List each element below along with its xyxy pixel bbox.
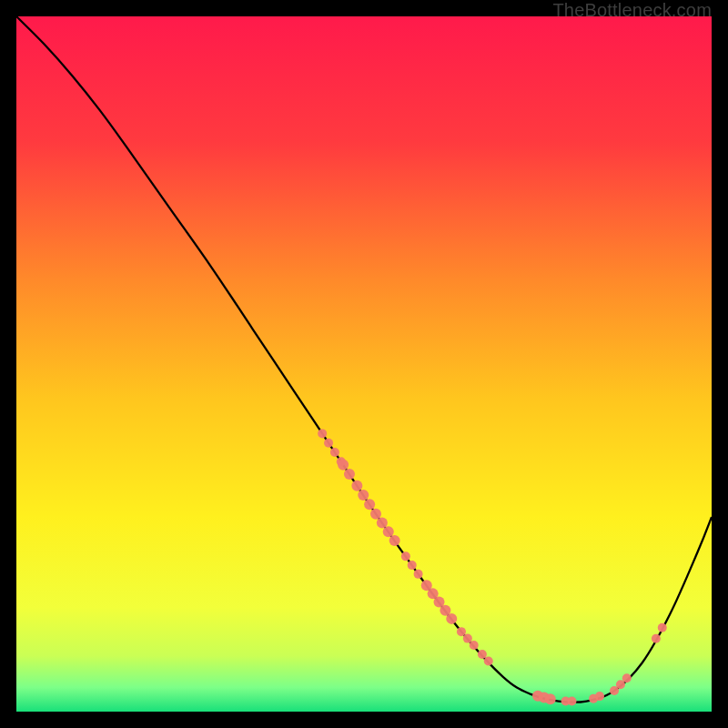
data-point — [364, 499, 375, 510]
data-point — [567, 697, 576, 706]
data-point — [338, 460, 349, 470]
chart-background — [16, 16, 712, 712]
data-point — [478, 650, 487, 659]
data-point — [484, 656, 493, 665]
data-point — [470, 641, 479, 650]
data-point — [351, 480, 362, 491]
data-point — [457, 627, 466, 636]
chart-svg — [16, 16, 712, 712]
data-point — [622, 673, 632, 682]
data-point — [377, 518, 388, 529]
data-point — [401, 551, 410, 561]
data-point — [344, 469, 355, 480]
data-point — [595, 692, 604, 701]
data-point — [658, 623, 667, 632]
data-point — [414, 570, 423, 579]
data-point — [545, 693, 556, 704]
data-point — [463, 634, 472, 643]
data-point — [408, 561, 417, 570]
chart-plot-area — [16, 16, 712, 712]
data-point — [383, 526, 394, 537]
data-point — [324, 439, 333, 448]
data-point — [370, 509, 381, 520]
chart-frame: TheBottleneck.com — [0, 0, 728, 728]
data-point — [318, 429, 327, 438]
data-point — [389, 535, 400, 546]
data-point — [652, 634, 661, 643]
data-point — [358, 490, 369, 500]
data-point — [446, 613, 457, 624]
data-point — [330, 448, 339, 457]
